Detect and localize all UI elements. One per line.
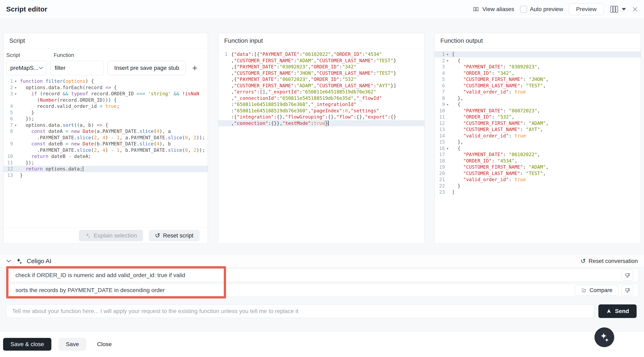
function-field-label: Function (54, 52, 74, 58)
ai-message-row: check if ORDER_ID is numeric and add val… (9, 269, 638, 282)
script-panel: Script Script Function preMapS... filter… (3, 33, 208, 244)
view-aliases-label: View aliases (482, 6, 514, 12)
explain-selection-button[interactable]: Explain selection (79, 230, 143, 241)
view-aliases-button[interactable]: View aliases (472, 6, 514, 12)
undo-icon: ↺ (155, 233, 160, 239)
script-panel-title: Script (4, 33, 208, 48)
function-input-field[interactable]: filter (50, 61, 104, 75)
function-output-editor: 1▾[2▾ {3 "PAYMENT_DATE": "03092023",4 "O… (434, 51, 641, 195)
script-controls: Script Function preMapS... filter Insert… (4, 48, 208, 75)
celigo-ai-header: Celigo AI ↺ Reset conversation (0, 255, 644, 268)
function-input-panel: Function input 1{"data":[{"PAYMENT_DATE"… (218, 33, 424, 244)
auto-preview-toggle[interactable]: Auto preview (520, 6, 563, 13)
reset-script-button[interactable]: ↺ Reset script (149, 230, 200, 241)
compare-button[interactable]: Compare (575, 285, 618, 296)
insert-stub-button[interactable]: Insert pre save page stub (108, 61, 186, 75)
function-input-title: Function input (218, 33, 424, 48)
save-button[interactable]: Save (58, 338, 86, 351)
auto-preview-checkbox[interactable] (520, 6, 527, 13)
script-select-label: Script (6, 52, 54, 58)
reset-conversation-button[interactable]: ↺ Reset conversation (580, 258, 638, 264)
ai-assistant-fab[interactable] (594, 328, 614, 347)
ai-message-text: sorts the records by PAYMENT_DATE in des… (16, 287, 165, 294)
layout-switcher[interactable] (610, 4, 626, 14)
send-button[interactable]: Send (598, 305, 636, 318)
function-input-editor[interactable]: 1{"data":[{"PAYMENT_DATE":"06102022","OR… (218, 51, 424, 126)
ai-prompt-input[interactable] (6, 305, 594, 318)
footer-bar: Save & close Save Close (0, 331, 644, 357)
undo-icon: ↺ (580, 258, 586, 264)
thumbs-down-button[interactable] (622, 285, 633, 296)
script-panel-footer: Explain selection ↺ Reset script (4, 227, 208, 243)
script-code-editor[interactable]: 1▾function filter(options) {2▾ options.d… (4, 78, 208, 178)
chevron-down-icon (38, 66, 43, 70)
chevron-down-icon (622, 8, 626, 10)
sparkle-icon (599, 332, 610, 343)
script-select[interactable]: preMapS... (6, 61, 47, 75)
function-output-title: Function output (434, 33, 641, 48)
collapse-chevron-icon[interactable] (6, 259, 12, 263)
celigo-ai-title: Celigo AI (27, 258, 51, 265)
function-output-panel: Function output 1▾[2▾ {3 "PAYMENT_DATE":… (434, 33, 641, 244)
close-button[interactable]: Close (93, 341, 116, 348)
ai-message-text: check if ORDER_ID is numeric and add val… (16, 272, 185, 279)
send-icon (606, 308, 612, 314)
save-and-close-button[interactable]: Save & close (3, 338, 51, 351)
ai-message-row: sorts the records by PAYMENT_DATE in des… (9, 284, 638, 297)
compare-icon (581, 288, 586, 293)
preview-button[interactable]: Preview (569, 3, 604, 15)
columns-layout-icon (610, 4, 619, 14)
book-open-icon (472, 6, 480, 12)
close-icon[interactable] (632, 6, 638, 12)
top-bar: Script editor View aliases Auto preview … (0, 0, 644, 18)
sparkle-icon (85, 233, 91, 239)
auto-preview-label: Auto preview (530, 6, 563, 12)
thumbs-down-button[interactable] (622, 270, 633, 281)
page-title: Script editor (6, 5, 47, 13)
sparkle-icon (16, 258, 22, 265)
add-function-button[interactable]: + (192, 63, 198, 72)
